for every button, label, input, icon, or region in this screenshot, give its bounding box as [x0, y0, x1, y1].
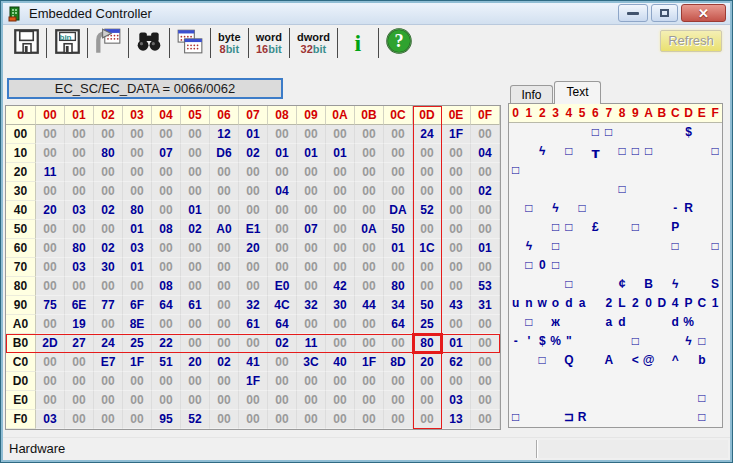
hex-cell[interactable]: 00 [442, 277, 471, 296]
hex-cell[interactable]: 00 [413, 391, 442, 410]
hex-cell[interactable]: 00 [152, 372, 181, 391]
hex-cell[interactable]: 1F [442, 125, 471, 144]
hex-cell[interactable]: 64 [152, 296, 181, 315]
hex-cell[interactable]: 00 [442, 239, 471, 258]
hex-cell[interactable]: 24 [413, 125, 442, 144]
hex-row-header[interactable]: D0 [6, 372, 36, 391]
text-cell[interactable] [708, 389, 721, 408]
hex-cell[interactable]: 01 [297, 144, 326, 163]
hex-cell[interactable]: 00 [297, 391, 326, 410]
hex-cell[interactable]: 00 [297, 182, 326, 201]
hex-cell[interactable]: 04 [471, 144, 500, 163]
save-binary-button[interactable]: bin [48, 27, 86, 59]
text-cell[interactable] [562, 161, 575, 180]
text-cell[interactable] [629, 275, 642, 294]
text-cell[interactable]: ϟ [522, 237, 535, 256]
hex-cell[interactable]: 00 [413, 220, 442, 239]
text-cell[interactable] [708, 332, 721, 351]
hex-cell[interactable]: 2D [36, 334, 65, 353]
hex-cell[interactable]: 6E [65, 296, 94, 315]
text-cell[interactable] [682, 237, 695, 256]
text-cell[interactable] [509, 218, 522, 237]
hex-cell[interactable]: 43 [442, 296, 471, 315]
hex-cell[interactable]: 00 [65, 353, 94, 372]
text-cell[interactable] [549, 180, 562, 199]
text-cell[interactable] [629, 123, 642, 142]
hex-cell[interactable]: 31 [471, 296, 500, 315]
hex-cell[interactable]: 00 [326, 220, 355, 239]
text-cell[interactable]: ϟ [536, 142, 549, 161]
hex-cell[interactable]: 01 [123, 258, 152, 277]
text-cell[interactable]: ┰ [589, 142, 602, 161]
hex-cell[interactable]: 00 [442, 372, 471, 391]
hex-cell[interactable]: 50 [384, 220, 413, 239]
hex-col-header[interactable]: 0C [384, 106, 413, 125]
text-cell[interactable] [602, 180, 615, 199]
hex-cell[interactable]: 00 [239, 163, 268, 182]
hex-row-header[interactable]: 00 [6, 125, 36, 144]
hex-cell[interactable]: 19 [65, 315, 94, 334]
text-cell[interactable]: □ [522, 199, 535, 218]
hex-cell[interactable]: 34 [384, 296, 413, 315]
text-cell[interactable]: L [615, 294, 628, 313]
hex-cell[interactable]: 00 [36, 239, 65, 258]
text-cell[interactable]: □ [629, 142, 642, 161]
hex-cell[interactable]: 80 [94, 144, 123, 163]
text-cell[interactable] [655, 351, 668, 370]
hex-cell[interactable]: 20 [239, 239, 268, 258]
hex-cell[interactable]: 00 [36, 391, 65, 410]
text-cell[interactable]: R [682, 199, 695, 218]
hex-cell[interactable]: 00 [384, 391, 413, 410]
text-cell[interactable]: □ [615, 142, 628, 161]
text-cell[interactable] [695, 275, 708, 294]
text-cell[interactable] [562, 123, 575, 142]
text-cell[interactable] [602, 275, 615, 294]
text-cell[interactable]: 2 [602, 294, 615, 313]
hex-cell[interactable]: 03 [123, 239, 152, 258]
hex-cell[interactable]: 00 [123, 391, 152, 410]
hex-cell[interactable]: 00 [326, 410, 355, 429]
text-cell[interactable] [575, 123, 588, 142]
text-cell[interactable]: u [509, 294, 522, 313]
text-cell[interactable] [629, 389, 642, 408]
text-cell[interactable]: □ [509, 161, 522, 180]
hex-cell[interactable]: 1F [239, 372, 268, 391]
hex-cell[interactable]: 02 [181, 220, 210, 239]
ec-address-box[interactable]: EC_SC/EC_DATA = 0066/0062 [7, 78, 283, 99]
text-cell[interactable] [615, 237, 628, 256]
hex-cell[interactable]: 00 [413, 372, 442, 391]
help-button[interactable]: ? [380, 27, 418, 59]
hex-cell[interactable]: 00 [442, 163, 471, 182]
hex-cell[interactable]: 52 [181, 410, 210, 429]
text-cell[interactable] [589, 313, 602, 332]
hex-cell[interactable]: 51 [152, 353, 181, 372]
text-cell[interactable] [695, 180, 708, 199]
text-cell[interactable] [575, 370, 588, 389]
hex-cell[interactable]: 44 [355, 296, 384, 315]
hex-cell[interactable]: 00 [442, 220, 471, 239]
hex-cell[interactable]: 00 [152, 315, 181, 334]
text-cell[interactable] [682, 408, 695, 427]
text-cell[interactable] [708, 218, 721, 237]
text-cell[interactable]: d [669, 313, 682, 332]
text-cell[interactable] [682, 180, 695, 199]
text-cell[interactable] [642, 256, 655, 275]
hex-row-header[interactable]: 90 [6, 296, 36, 315]
text-cell[interactable]: 1 [708, 294, 721, 313]
text-cell[interactable]: ' [522, 332, 535, 351]
hex-cell[interactable]: 00 [326, 391, 355, 410]
text-cell[interactable]: B [642, 275, 655, 294]
hex-cell[interactable]: 00 [123, 410, 152, 429]
hex-cell[interactable]: 00 [355, 125, 384, 144]
text-cell[interactable] [615, 161, 628, 180]
text-cell[interactable] [509, 180, 522, 199]
hex-cell[interactable]: 07 [152, 144, 181, 163]
text-cell[interactable] [629, 256, 642, 275]
text-cell[interactable] [602, 142, 615, 161]
hex-row-header[interactable]: B0 [6, 334, 36, 353]
hex-cell[interactable]: 00 [65, 163, 94, 182]
text-cell[interactable] [522, 389, 535, 408]
hex-cell[interactable]: 00 [355, 182, 384, 201]
text-cell[interactable] [695, 161, 708, 180]
text-cell[interactable] [682, 370, 695, 389]
